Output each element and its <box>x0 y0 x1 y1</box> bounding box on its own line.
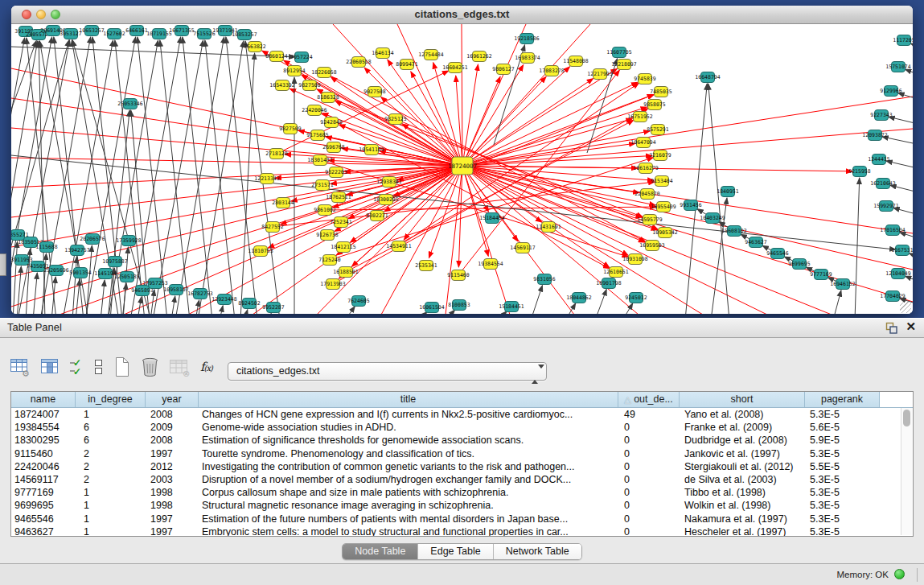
delete-column-icon <box>140 356 160 378</box>
graph-edge <box>595 290 606 314</box>
table-cell: 0 <box>618 473 680 486</box>
graph-node-label: 9745839 <box>634 76 655 82</box>
graph-edge <box>138 297 142 314</box>
graph-node-label: 18724007 <box>448 163 477 170</box>
graph-node-label: 8099471 <box>396 61 417 68</box>
table-cell: 9465546 <box>11 513 76 525</box>
graph-node-label: 17359928 <box>116 237 141 244</box>
table-cell: Changes of HCN gene expression and I(f) … <box>199 408 618 421</box>
graph-node-label: 1117205 <box>893 37 913 43</box>
table-row[interactable]: 946554611997Estimation of the future num… <box>11 513 913 525</box>
graph-node-label: 3216079 <box>649 152 671 159</box>
tab-network-table[interactable]: Network Table <box>494 544 581 559</box>
table-row[interactable]: 1938455462009Genome-wide association stu… <box>11 421 913 434</box>
table-toolbar: ⚙ ✓ ✓ <box>10 352 212 382</box>
graph-edge <box>122 283 126 314</box>
column-header-name[interactable]: name <box>11 392 76 407</box>
delete-table-button[interactable]: ⊗ <box>169 354 191 380</box>
column-header-title[interactable]: title <box>199 392 618 407</box>
table-cell: Dudbridge et al. (2008) <box>680 434 805 447</box>
table-row[interactable]: 1456911722003Disruption of a novel membe… <box>11 473 913 486</box>
graph-node-label: 9325125 <box>384 116 406 122</box>
table-row[interactable]: 2242004622012Investigating the contribut… <box>11 460 913 473</box>
graph-edge <box>900 233 913 241</box>
table-cell: 9463627 <box>11 525 76 537</box>
graph-edge <box>708 84 729 314</box>
table-scrollbar-thumb[interactable] <box>903 410 910 426</box>
graph-node-label: 16210643 <box>870 180 895 187</box>
window-title: citations_edges.txt <box>11 8 913 20</box>
graph-node-label: 9827509 <box>279 126 301 132</box>
canvas-resize-grip-icon[interactable] <box>900 302 911 313</box>
table-row[interactable]: 946362711997Embryonic stem cells: a mode… <box>11 525 913 537</box>
graph-edge <box>195 300 199 314</box>
validate-button[interactable]: ✓ ✓ <box>68 354 84 380</box>
table-cell: 0 <box>618 513 680 525</box>
graph-node-label: 16543392 <box>269 82 294 89</box>
new-column-button[interactable] <box>113 354 131 380</box>
table-header-row: namein_degreeyeartitle△ out_de...shortpa… <box>11 392 913 408</box>
tab-node-table[interactable]: Node Table <box>343 544 418 559</box>
network-canvas[interactable]: 3911954240557242069140630531271065325715… <box>11 24 913 314</box>
graph-node-label: 6466161 <box>125 27 147 34</box>
table-row[interactable]: 1830029562008Estimation of significance … <box>11 434 913 447</box>
table-cell: 2 <box>76 473 146 486</box>
graph-node-label: 8912954 <box>283 68 305 74</box>
close-panel-icon[interactable]: ✕ <box>906 319 916 334</box>
graph-node-label: 18301437 <box>307 157 332 163</box>
graph-node-label: 9463627 <box>745 239 766 245</box>
graph-node-label: 9831056 <box>533 276 555 282</box>
graph-node-label: 10931098 <box>622 256 647 262</box>
table-cell: 5.3E-5 <box>805 408 880 421</box>
status-bar: Memory: OK <box>0 563 924 585</box>
table-row[interactable]: 1872400712008Changes of HCN gene express… <box>11 408 913 421</box>
graph-node-label: 9115460 <box>447 272 469 278</box>
graph-node-label: 8100853 <box>448 302 470 308</box>
graph-node-label: 11548008 <box>563 58 588 64</box>
column-header-in_degree[interactable]: in_degree <box>76 392 146 407</box>
table-cell: Embryonic stem cells: a model to study s… <box>199 525 618 537</box>
graph-node-label: 16959503 <box>639 242 664 249</box>
float-panel-icon[interactable] <box>885 321 898 335</box>
column-header-short[interactable]: short <box>680 392 805 407</box>
graph-node-label: 2718120 <box>265 150 287 157</box>
table-cell: 2 <box>76 447 146 460</box>
graph-edge <box>171 296 175 314</box>
sort-ascending-icon: △ <box>624 394 630 404</box>
graph-node-label: 18044862 <box>566 295 591 301</box>
graph-node-label: 13942757 <box>64 247 89 253</box>
graph-edge <box>226 37 257 314</box>
table-cell: Corpus callosum shape and size in male p… <box>199 486 618 499</box>
memory-ok-indicator[interactable] <box>894 569 905 579</box>
window-titlebar[interactable]: citations_edges.txt <box>11 6 913 24</box>
table-cell: Investigating the contribution of common… <box>199 460 618 473</box>
table-row[interactable]: 977716911998Corpus callosum shape and si… <box>11 486 913 499</box>
table-selector-dropdown[interactable]: citations_edges.txt <box>228 362 547 381</box>
network-graph[interactable]: 3911954240557242069140630531271065325715… <box>11 24 913 314</box>
table-scrollbar[interactable] <box>901 408 912 535</box>
graph-node-label: 2535341 <box>415 262 437 269</box>
table-row[interactable]: 911546021997Tourette syndrome. Phenomeno… <box>11 447 913 460</box>
function-builder-button[interactable]: f(x) <box>200 354 212 380</box>
graph-node-label: 17957253 <box>142 280 167 286</box>
graph-node-label: 2803144 <box>272 200 294 206</box>
graph-node-label: 9952287 <box>262 304 284 311</box>
table-cell: 19384554 <box>11 421 76 434</box>
tab-edge-table[interactable]: Edge Table <box>418 544 493 559</box>
row-height-button[interactable] <box>93 354 104 380</box>
delete-column-button[interactable] <box>140 354 160 380</box>
table-settings-button[interactable]: ⚙ <box>10 354 31 380</box>
table-row[interactable]: 969969511998Structural magnetic resonanc… <box>11 499 913 512</box>
table-cell: 1998 <box>146 486 199 499</box>
column-header-out_de[interactable]: △ out_de... <box>618 392 680 407</box>
graph-node-label: 17704029 <box>880 293 905 299</box>
graph-edge <box>153 40 203 314</box>
graph-node-label: 7485035 <box>650 89 671 95</box>
graph-node-label: 12093872 <box>862 132 887 138</box>
column-header-year[interactable]: year <box>146 392 199 407</box>
column-select-button[interactable] <box>40 354 60 380</box>
column-header-pagerank[interactable]: pagerank <box>805 392 880 407</box>
table-cell: de Silva et al. (2003) <box>680 473 805 486</box>
graph-edge <box>244 310 248 314</box>
graph-node-label: 7624605 <box>347 298 369 304</box>
